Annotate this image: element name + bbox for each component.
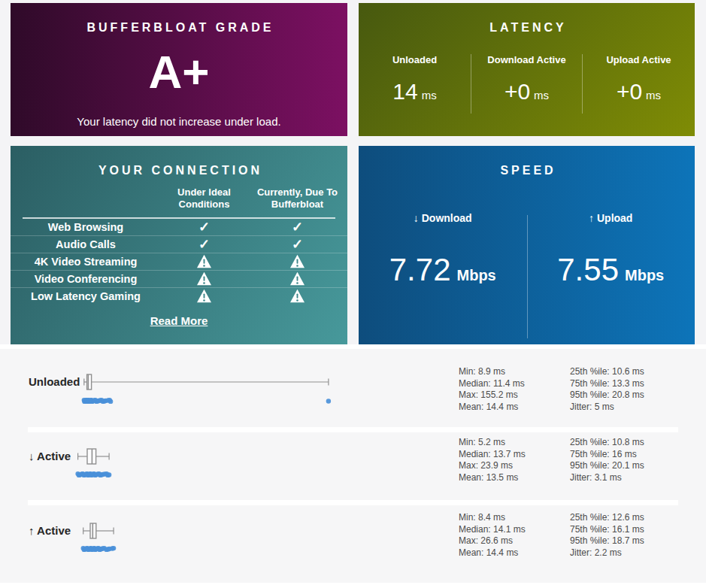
latency-upload-value: +0ms: [583, 80, 695, 103]
latency-stat-line: 25th %ile: 12.6 ms: [570, 512, 644, 524]
latency-sample-dot: [326, 399, 331, 403]
latency-unloaded-label: Unloaded: [359, 54, 471, 65]
warning-icon: [247, 271, 347, 286]
latency-stats: Min: 8.9 msMedian: 11.4 msMax: 155.2 msM…: [459, 366, 644, 413]
warning-icon: [289, 271, 305, 286]
warning-icon: [161, 254, 247, 268]
latency-stat-line: Min: 8.4 ms: [459, 512, 570, 524]
latency-stat-line: Max: 26.6 ms: [459, 535, 570, 547]
warning-icon: [289, 254, 305, 268]
warning-icon: [289, 289, 305, 303]
download-value: 7.72Mbps: [359, 254, 527, 286]
latency-stat-line: 75th %ile: 16 ms: [570, 449, 644, 461]
latency-stat-line: 75th %ile: 13.3 ms: [570, 378, 644, 390]
check-icon: ✓: [161, 220, 247, 235]
upload-label: ↑ Upload: [527, 212, 695, 224]
latency-stat-line: Median: 13.7 ms: [459, 449, 570, 461]
latency-stat-line: 95th %ile: 18.7 ms: [570, 535, 644, 547]
latency-col-download-active: Download Active +0ms: [471, 54, 583, 114]
latency-stat-line: Min: 5.2 ms: [459, 437, 570, 449]
connection-row: Low Latency Gaming: [11, 287, 347, 305]
speed-card-title: SPEED: [359, 146, 695, 177]
latency-stat-line: Jitter: 3.1 ms: [570, 472, 644, 484]
speed-divider: [527, 215, 528, 338]
connection-card-title: YOUR CONNECTION: [11, 146, 347, 177]
latency-stats-column: Min: 8.4 msMedian: 14.1 msMax: 26.6 msMe…: [459, 512, 570, 559]
latency-detail-row-unloaded: UnloadedMin: 8.9 msMedian: 11.4 msMax: 1…: [0, 349, 706, 427]
speed-columns: ↓ Download 7.72Mbps ↑ Upload 7.55Mbps: [359, 212, 695, 355]
row-divider: [28, 500, 678, 505]
latency-stat-line: 25th %ile: 10.6 ms: [570, 366, 644, 378]
latency-columns: Unloaded 14ms Download Active +0ms Uploa…: [359, 54, 695, 114]
connection-row: Web Browsing✓✓: [11, 219, 347, 235]
connection-row: Audio Calls✓✓: [11, 235, 347, 253]
latency-boxplot: [69, 432, 460, 500]
connection-row-label: Audio Calls: [11, 238, 161, 250]
read-more-link[interactable]: Read More: [11, 314, 347, 327]
warning-icon: [247, 289, 347, 303]
warning-icon: [196, 271, 212, 286]
latency-upload-label: Upload Active: [583, 54, 695, 65]
latency-stat-line: Min: 8.9 ms: [459, 366, 570, 378]
latency-stat-line: Median: 11.4 ms: [459, 378, 570, 390]
latency-col-unloaded: Unloaded 14ms: [359, 54, 471, 114]
latency-row-label: ↓ Active: [29, 450, 71, 462]
speed-upload: ↑ Upload 7.55Mbps: [527, 212, 695, 355]
connection-row: 4K Video Streaming: [11, 253, 347, 270]
latency-stats: Min: 5.2 msMedian: 13.7 msMax: 23.9 msMe…: [459, 437, 644, 483]
latency-stat-line: Mean: 13.5 ms: [459, 472, 570, 484]
latency-stat-line: Mean: 14.4 ms: [459, 402, 570, 414]
connection-table: Web Browsing✓✓Audio Calls✓✓4K Video Stre…: [11, 219, 347, 305]
col-header-current: Currently, Due To Bufferbloat: [247, 186, 347, 211]
row-divider: [28, 427, 678, 432]
section-divider: [0, 583, 706, 588]
check-icon: ✓: [247, 220, 347, 235]
bufferbloat-grade-card: BUFFERBLOAT GRADE A+ Your latency did no…: [11, 3, 347, 136]
check-icon: ✓: [292, 237, 303, 252]
latency-stat-line: Mean: 14.4 ms: [459, 547, 570, 559]
warning-icon: [161, 289, 247, 303]
latency-stats-column: Min: 5.2 msMedian: 13.7 msMax: 23.9 msMe…: [459, 437, 570, 483]
latency-stat-line: Max: 155.2 ms: [459, 389, 570, 402]
warning-icon: [196, 289, 212, 303]
latency-boxplot: [69, 505, 460, 583]
connection-row-label: Low Latency Gaming: [11, 290, 161, 302]
latency-card: LATENCY Unloaded 14ms Download Active +0…: [359, 3, 695, 136]
latency-sample-dot: [111, 546, 116, 550]
connection-row-label: 4K Video Streaming: [11, 256, 161, 268]
upload-value: 7.55Mbps: [527, 254, 695, 286]
warning-icon: [196, 254, 212, 268]
latency-stat-line: Jitter: 5 ms: [570, 402, 644, 414]
latency-stats-column: 25th %ile: 10.6 ms75th %ile: 13.3 ms95th…: [570, 366, 644, 413]
connection-table-header: Under Ideal Conditions Currently, Due To…: [11, 186, 347, 211]
latency-card-title: LATENCY: [359, 3, 695, 35]
check-icon: ✓: [292, 220, 303, 235]
latency-unloaded-value: 14ms: [359, 80, 471, 103]
warning-icon: [161, 271, 247, 286]
latency-detail-row-download-active: ↓ ActiveMin: 5.2 msMedian: 13.7 msMax: 2…: [0, 432, 706, 500]
latency-stat-line: 75th %ile: 16.1 ms: [570, 524, 644, 536]
col-header-ideal: Under Ideal Conditions: [161, 186, 247, 211]
latency-stats: Min: 8.4 msMedian: 14.1 msMax: 26.6 msMe…: [459, 512, 644, 559]
speed-card: SPEED ↓ Download 7.72Mbps ↑ Upload 7.55M…: [359, 146, 695, 344]
connection-row-label: Video Conferencing: [11, 273, 161, 285]
latency-stats-column: 25th %ile: 10.8 ms75th %ile: 16 ms95th %…: [570, 437, 644, 483]
speed-download: ↓ Download 7.72Mbps: [359, 212, 527, 355]
connection-row-label: Web Browsing: [11, 221, 161, 233]
latency-row-label: ↑ Active: [29, 524, 71, 537]
latency-stat-line: 95th %ile: 20.8 ms: [570, 389, 644, 402]
latency-col-upload-active: Upload Active +0ms: [583, 54, 695, 114]
warning-icon: [247, 254, 347, 268]
latency-sample-dot: [108, 399, 113, 404]
your-connection-card: YOUR CONNECTION Under Ideal Conditions C…: [11, 146, 347, 344]
latency-details-section: UnloadedMin: 8.9 msMedian: 11.4 msMax: 1…: [0, 344, 706, 588]
latency-stat-line: Median: 14.1 ms: [459, 524, 570, 536]
latency-stats-column: 25th %ile: 12.6 ms75th %ile: 16.1 ms95th…: [570, 512, 644, 559]
check-icon: ✓: [161, 237, 247, 252]
grade-value: A+: [11, 49, 347, 95]
latency-download-label: Download Active: [471, 54, 582, 65]
latency-stat-line: Max: 23.9 ms: [459, 460, 570, 472]
results-cards-section: BUFFERBLOAT GRADE A+ Your latency did no…: [0, 0, 706, 344]
latency-sample-dot: [107, 472, 111, 477]
check-icon: ✓: [198, 220, 210, 235]
